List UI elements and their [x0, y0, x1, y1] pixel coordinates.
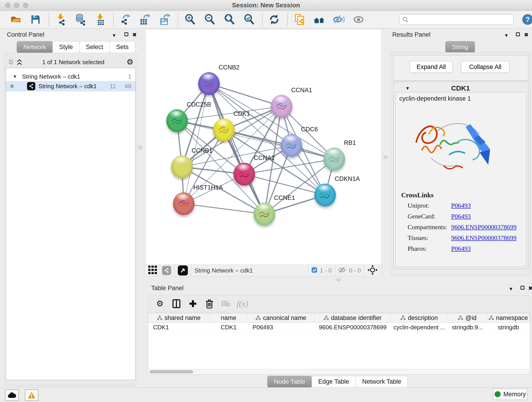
- crosslink-value-link[interactable]: 9606.ENSP00000378699: [451, 223, 516, 230]
- column-header-database-identifier[interactable]: database identifier: [315, 313, 391, 322]
- home-layout-icon[interactable]: [312, 13, 326, 26]
- show-eye-icon[interactable]: [352, 13, 365, 26]
- column-header--id[interactable]: @id: [448, 313, 487, 322]
- network-node-ccna2[interactable]: [234, 163, 255, 186]
- import-network-database-icon[interactable]: [74, 13, 87, 26]
- network-collection-row[interactable]: ▼ String Network – cdk1 1: [6, 71, 135, 82]
- gear-icon[interactable]: ⚙: [127, 57, 133, 66]
- network-node-rb1[interactable]: [323, 148, 345, 171]
- zoom-in-icon[interactable]: [183, 13, 196, 26]
- collapse-all-chevron-icon[interactable]: [17, 59, 22, 65]
- network-edge[interactable]: [209, 84, 264, 214]
- network-node-hist1h1a[interactable]: [173, 192, 195, 215]
- export-network-icon[interactable]: [119, 13, 132, 26]
- show-columns-icon[interactable]: [170, 299, 183, 309]
- export-table-icon[interactable]: [138, 13, 152, 26]
- table-panel-menu-icon[interactable]: ▾: [510, 286, 512, 292]
- network-node-cdk1[interactable]: [213, 119, 234, 141]
- add-column-icon[interactable]: [186, 299, 199, 309]
- horizontal-scrollbar[interactable]: [148, 369, 530, 375]
- crosslink-value-link[interactable]: 9606.ENSP00000378699: [451, 234, 516, 241]
- birdseye-grid-icon[interactable]: [148, 266, 158, 275]
- crosslink-value-link[interactable]: P06493: [451, 245, 471, 252]
- control-panel-menu-icon[interactable]: ▾: [113, 32, 115, 38]
- open-in-new-window-icon[interactable]: [178, 265, 188, 275]
- maximize-window-button[interactable]: [23, 3, 28, 8]
- results-panel-menu-icon[interactable]: ▾: [505, 32, 508, 38]
- copy-network-share-icon[interactable]: [293, 13, 306, 26]
- search-input[interactable]: [399, 14, 514, 25]
- network-view-canvas[interactable]: CCNB2CCNA1CDC25BCDK1CDC6RB1CCNB1CCNA2CDK…: [146, 29, 382, 265]
- network-node-cdc6[interactable]: [281, 134, 302, 157]
- expand-all-chevron-icon[interactable]: [8, 59, 14, 65]
- help-icon[interactable]: ?: [521, 13, 532, 26]
- cloud-icon: [8, 392, 16, 398]
- network-row-selected[interactable]: String Network – cdk1 11 48: [6, 81, 135, 91]
- crosslink-value-link[interactable]: P06493: [451, 213, 471, 220]
- right-splitter-handle[interactable]: [384, 155, 387, 159]
- network-edge[interactable]: [184, 204, 264, 214]
- hide-selection-eye-icon[interactable]: [332, 13, 346, 26]
- column-header-canonical-name[interactable]: canonical name: [247, 313, 315, 322]
- network-node-ccnb2[interactable]: [198, 72, 220, 95]
- zoom-selected-icon[interactable]: [242, 13, 256, 26]
- import-network-icon[interactable]: [54, 13, 67, 26]
- import-table-icon[interactable]: [94, 13, 107, 26]
- column-header-namespace[interactable]: namespace: [487, 313, 530, 322]
- network-node-ccne1[interactable]: [254, 203, 275, 225]
- selected-checkbox-icon[interactable]: [312, 267, 317, 274]
- tab-network-table[interactable]: Network Table: [355, 376, 408, 388]
- open-session-icon[interactable]: [9, 13, 22, 26]
- node-label-ccna1: CCNA1: [291, 87, 312, 94]
- expand-all-button[interactable]: Expand All: [410, 61, 453, 73]
- tab-string[interactable]: String: [445, 41, 475, 53]
- column-header-shared-name[interactable]: shared name: [148, 313, 210, 322]
- minimize-window-button[interactable]: [14, 3, 19, 8]
- tab-network[interactable]: Network: [17, 41, 53, 53]
- collapse-all-button[interactable]: Collapse All: [461, 61, 510, 73]
- toolbar-separator: [113, 13, 114, 26]
- left-splitter-handle[interactable]: [138, 145, 142, 149]
- network-node-cdkn1a[interactable]: [314, 184, 336, 206]
- tab-select[interactable]: Select: [79, 41, 110, 53]
- control-panel-float-icon[interactable]: [124, 32, 128, 36]
- column-header-description[interactable]: description: [391, 313, 448, 322]
- warning-button[interactable]: [25, 389, 38, 401]
- save-session-icon[interactable]: [29, 13, 42, 26]
- function-builder-icon[interactable]: f(x): [236, 299, 249, 309]
- network-edge[interactable]: [209, 84, 282, 106]
- zoom-fit-icon[interactable]: [223, 13, 236, 26]
- hidden-eye-icon[interactable]: [338, 267, 347, 274]
- refresh-view-icon[interactable]: [268, 13, 281, 26]
- table-row[interactable]: CDK1CDK1P064939606.ENSP00000378699cyclin…: [148, 323, 530, 332]
- delete-column-trash-icon[interactable]: [203, 299, 216, 309]
- crosslink-row: Uniprot:P06493: [408, 202, 471, 209]
- table-settings-gear-icon[interactable]: ⚙: [153, 299, 166, 309]
- tab-sets[interactable]: Sets: [109, 41, 135, 53]
- delete-table-icon[interactable]: [220, 299, 232, 309]
- results-panel-float-icon[interactable]: [516, 32, 520, 36]
- results-panel-close-icon[interactable]: ✖: [524, 32, 529, 38]
- cloud-button[interactable]: [5, 389, 19, 401]
- table-panel-float-icon[interactable]: [520, 286, 525, 290]
- network-node-cdc25b[interactable]: [166, 109, 188, 132]
- bottom-splitter-handle[interactable]: [336, 278, 341, 281]
- scrollbar-thumb[interactable]: [150, 370, 193, 373]
- fit-content-crosshair-icon[interactable]: [367, 265, 378, 276]
- table-panel-close-icon[interactable]: ✖: [528, 286, 532, 291]
- network-node-ccnb1[interactable]: [171, 155, 193, 178]
- export-image-icon[interactable]: [158, 13, 171, 26]
- zoom-out-icon[interactable]: [203, 13, 216, 26]
- tab-style[interactable]: Style: [52, 41, 80, 53]
- network-node-ccna1[interactable]: [271, 95, 292, 118]
- tab-edge-table[interactable]: Edge Table: [312, 376, 356, 388]
- memory-button[interactable]: Memory: [493, 389, 527, 400]
- crosslink-value-link[interactable]: P06493: [451, 202, 471, 209]
- collapse-triangle-icon[interactable]: ▼: [13, 74, 17, 79]
- control-panel-close-icon[interactable]: ✖: [132, 32, 137, 38]
- tab-node-table[interactable]: Node Table: [267, 376, 312, 388]
- network-edge[interactable]: [177, 106, 282, 121]
- network-share-badge-icon[interactable]: [162, 266, 171, 275]
- column-header-name[interactable]: name: [210, 313, 247, 322]
- close-window-button[interactable]: [5, 3, 10, 8]
